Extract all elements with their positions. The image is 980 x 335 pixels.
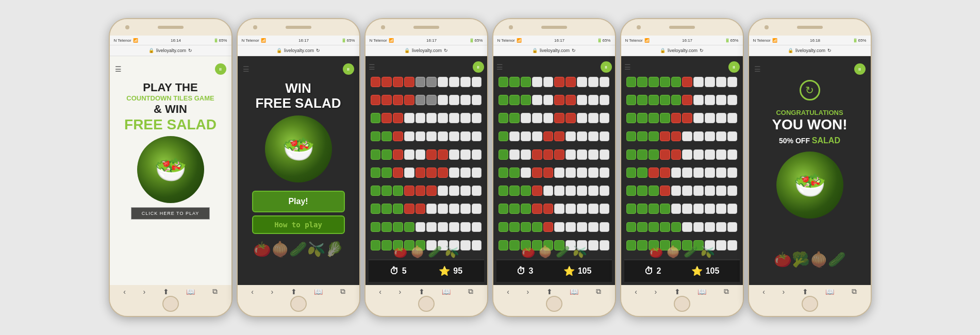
bookmarks-icon-1[interactable]: 📖 xyxy=(186,288,195,296)
tile[interactable] xyxy=(705,113,715,123)
tile[interactable] xyxy=(381,204,392,214)
tile[interactable] xyxy=(600,222,610,232)
tile[interactable] xyxy=(543,204,554,214)
tile[interactable] xyxy=(588,113,599,123)
forward-icon-2[interactable]: › xyxy=(271,288,273,296)
tile[interactable] xyxy=(449,149,459,160)
tile[interactable] xyxy=(577,167,587,178)
tile[interactable] xyxy=(438,77,448,87)
forward-icon-4[interactable]: › xyxy=(526,288,529,296)
hamburger-icon-1[interactable]: ☰ xyxy=(115,65,122,73)
tile[interactable] xyxy=(588,222,599,232)
tile[interactable] xyxy=(671,131,682,142)
tile[interactable] xyxy=(543,222,554,232)
tile[interactable] xyxy=(660,95,670,105)
tile[interactable] xyxy=(371,95,381,105)
hamburger-icon-4[interactable]: ☰ xyxy=(496,63,503,71)
tile[interactable] xyxy=(509,95,520,105)
tile[interactable] xyxy=(426,186,437,196)
tile[interactable] xyxy=(449,222,459,232)
tile[interactable] xyxy=(438,186,448,196)
tile[interactable] xyxy=(554,204,564,214)
tile[interactable] xyxy=(426,131,437,142)
tile[interactable] xyxy=(600,77,610,87)
tile[interactable] xyxy=(381,167,392,178)
bookmarks-icon-3[interactable]: 📖 xyxy=(442,288,451,296)
tile[interactable] xyxy=(727,167,738,178)
tile[interactable] xyxy=(416,149,426,160)
tile[interactable] xyxy=(509,131,520,142)
tile[interactable] xyxy=(393,222,403,232)
tile[interactable] xyxy=(426,95,437,105)
tile[interactable] xyxy=(532,149,542,160)
tabs-icon-6[interactable]: ⧉ xyxy=(852,287,857,296)
url-bar-3[interactable]: 🔒 liveloyalty.com ↻ xyxy=(366,45,487,56)
tile[interactable] xyxy=(460,77,471,87)
tile[interactable] xyxy=(426,149,437,160)
back-icon-2[interactable]: ‹ xyxy=(251,288,254,296)
tile[interactable] xyxy=(716,77,726,87)
tile[interactable] xyxy=(626,77,637,87)
tile[interactable] xyxy=(460,186,471,196)
tile[interactable] xyxy=(600,95,610,105)
url-bar-5[interactable]: 🔒 liveloyalty.com ↻ xyxy=(621,45,743,56)
tile[interactable] xyxy=(509,167,520,178)
hamburger-icon-3[interactable]: ☰ xyxy=(369,63,375,71)
tile[interactable] xyxy=(532,204,542,214)
tile[interactable] xyxy=(660,222,670,232)
tile[interactable] xyxy=(521,77,531,87)
tile[interactable] xyxy=(671,149,682,160)
tile[interactable] xyxy=(693,167,704,178)
tile[interactable] xyxy=(449,95,459,105)
forward-icon-3[interactable]: › xyxy=(398,288,401,296)
tile[interactable] xyxy=(449,113,459,123)
tile[interactable] xyxy=(371,77,381,87)
tile[interactable] xyxy=(532,167,542,178)
tile[interactable] xyxy=(660,204,670,214)
tile[interactable] xyxy=(566,131,576,142)
tile[interactable] xyxy=(543,113,554,123)
tile[interactable] xyxy=(543,186,554,196)
tile[interactable] xyxy=(671,77,682,87)
tile[interactable] xyxy=(626,149,637,160)
tile[interactable] xyxy=(716,149,726,160)
tile[interactable] xyxy=(727,113,738,123)
tile[interactable] xyxy=(404,95,414,105)
tile[interactable] xyxy=(577,77,587,87)
tile[interactable] xyxy=(404,222,414,232)
tile[interactable] xyxy=(600,131,610,142)
tile[interactable] xyxy=(416,77,426,87)
tile[interactable] xyxy=(438,131,448,142)
tile[interactable] xyxy=(693,149,704,160)
tile[interactable] xyxy=(682,113,692,123)
tile[interactable] xyxy=(438,149,448,160)
tile[interactable] xyxy=(716,204,726,214)
tile[interactable] xyxy=(371,186,381,196)
tile[interactable] xyxy=(693,186,704,196)
tile[interactable] xyxy=(600,149,610,160)
share-icon-4[interactable]: ⬆ xyxy=(546,288,553,296)
tile[interactable] xyxy=(637,222,647,232)
tile[interactable] xyxy=(543,149,554,160)
bookmarks-icon-5[interactable]: 📖 xyxy=(697,288,706,296)
tile[interactable] xyxy=(460,167,471,178)
tile[interactable] xyxy=(566,113,576,123)
tile[interactable] xyxy=(381,149,392,160)
tile[interactable] xyxy=(472,149,482,160)
tile[interactable] xyxy=(671,95,682,105)
tile[interactable] xyxy=(404,77,414,87)
tile[interactable] xyxy=(472,131,482,142)
play-button[interactable]: Play! xyxy=(252,191,345,212)
tile[interactable] xyxy=(381,95,392,105)
tile[interactable] xyxy=(472,186,482,196)
tile[interactable] xyxy=(499,95,509,105)
tile[interactable] xyxy=(727,204,738,214)
home-button-1[interactable] xyxy=(162,296,179,312)
tabs-icon-4[interactable]: ⧉ xyxy=(596,287,601,296)
tile[interactable] xyxy=(472,167,482,178)
tile[interactable] xyxy=(438,167,448,178)
tile[interactable] xyxy=(521,167,531,178)
tile[interactable] xyxy=(682,95,692,105)
tile[interactable] xyxy=(472,113,482,123)
tile[interactable] xyxy=(577,131,587,142)
